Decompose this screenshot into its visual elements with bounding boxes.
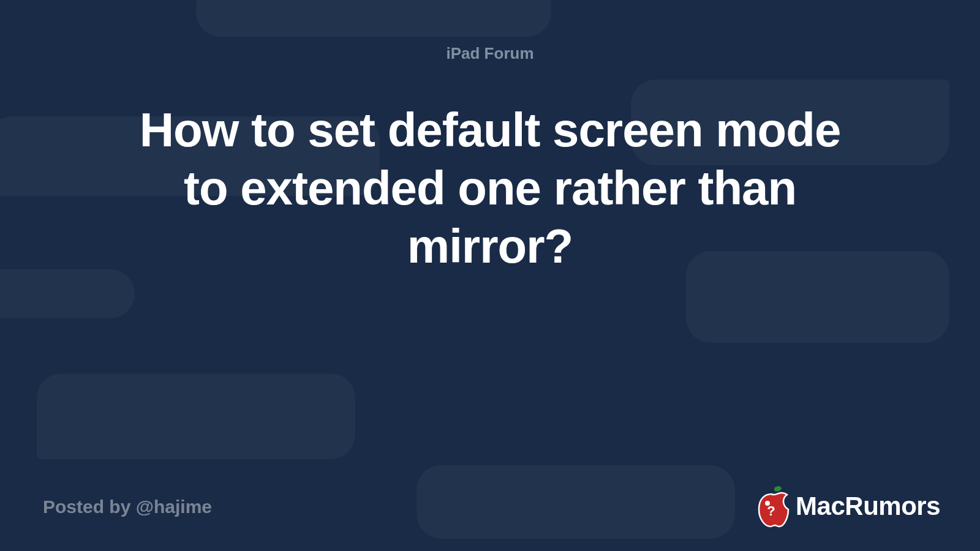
chat-bubble-decoration [37,373,355,459]
brand-name: MacRumors [796,492,940,521]
svg-text:?: ? [767,503,775,519]
posted-by-label: Posted by @hajime [43,497,212,517]
thread-title: How to set default screen mode to extend… [123,101,858,276]
chat-bubble-decoration [0,269,135,318]
macrumors-apple-icon: ? [754,485,790,528]
site-brand: ? MacRumors [754,485,940,528]
chat-bubble-decoration [417,465,735,539]
forum-category: iPad Forum [0,44,980,63]
chat-bubble-decoration [196,0,551,37]
